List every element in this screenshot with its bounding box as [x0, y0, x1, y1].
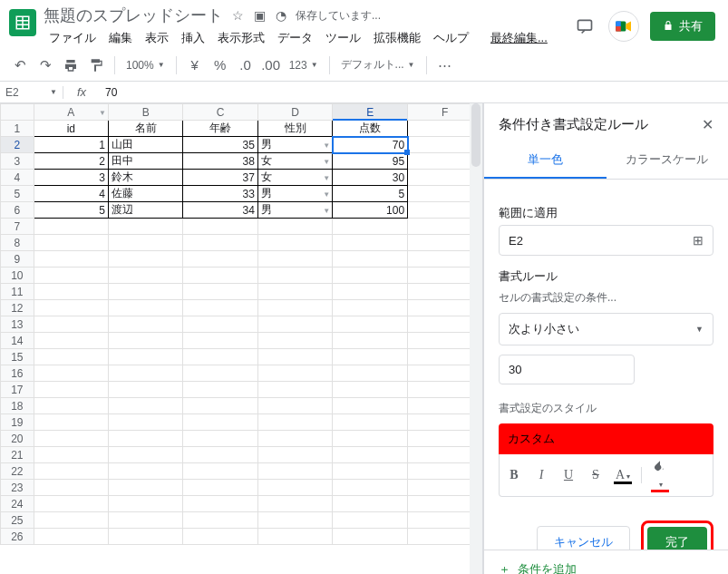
- cell-D26[interactable]: [257, 529, 332, 545]
- row-header-18[interactable]: 18: [1, 398, 34, 414]
- cell-D22[interactable]: [257, 463, 332, 480]
- cloud-icon[interactable]: ◔: [274, 8, 288, 23]
- cell-A20[interactable]: [34, 431, 108, 447]
- row-header-10[interactable]: 10: [1, 268, 34, 284]
- cell-E10[interactable]: [333, 268, 408, 284]
- col-header-C[interactable]: C: [183, 104, 257, 121]
- cell-C8[interactable]: [183, 235, 257, 251]
- cell-B15[interactable]: [108, 349, 182, 365]
- fx-icon[interactable]: fx: [63, 85, 100, 99]
- cell-B2[interactable]: 山田: [108, 137, 182, 153]
- cell-E3[interactable]: 95: [333, 153, 408, 170]
- strike-icon[interactable]: S: [587, 468, 605, 482]
- cell-B23[interactable]: [108, 480, 182, 496]
- cell-A23[interactable]: [34, 480, 108, 496]
- cell-C5[interactable]: 33: [183, 186, 257, 202]
- cell-B26[interactable]: [108, 529, 182, 545]
- cell-E6[interactable]: 100: [333, 202, 408, 219]
- cell-B12[interactable]: [108, 300, 182, 316]
- cell-D9[interactable]: [257, 251, 332, 268]
- col-header-D[interactable]: D: [257, 104, 332, 121]
- cell-A22[interactable]: [34, 463, 108, 480]
- row-header-20[interactable]: 20: [1, 431, 34, 447]
- cell-C10[interactable]: [183, 268, 257, 284]
- cell-B7[interactable]: [108, 219, 182, 235]
- row-header-21[interactable]: 21: [1, 447, 34, 463]
- cell-A12[interactable]: [34, 300, 108, 316]
- cell-A8[interactable]: [34, 235, 108, 251]
- cell-D23[interactable]: [257, 480, 332, 496]
- cell-B17[interactable]: [108, 382, 182, 398]
- cell-A7[interactable]: [34, 219, 108, 235]
- row-header-9[interactable]: 9: [1, 251, 34, 268]
- done-button[interactable]: 完了: [647, 527, 707, 550]
- cell-B9[interactable]: [108, 251, 182, 268]
- cell-A9[interactable]: [34, 251, 108, 268]
- cell-E17[interactable]: [333, 382, 408, 398]
- cell-C16[interactable]: [183, 365, 257, 382]
- cell-B22[interactable]: [108, 463, 182, 480]
- cell-D2[interactable]: 男▼: [257, 137, 332, 153]
- cell-C12[interactable]: [183, 300, 257, 316]
- cell-B1[interactable]: 名前: [108, 121, 182, 137]
- cell-D15[interactable]: [257, 349, 332, 365]
- text-color-icon[interactable]: A▾: [614, 468, 632, 482]
- row-header-11[interactable]: 11: [1, 284, 34, 300]
- cell-C26[interactable]: [183, 529, 257, 545]
- cell-E8[interactable]: [333, 235, 408, 251]
- cell-E5[interactable]: 5: [333, 186, 408, 202]
- cell-A13[interactable]: [34, 316, 108, 333]
- cell-D7[interactable]: [257, 219, 332, 235]
- condition-select[interactable]: 次より小さい ▼: [499, 313, 713, 345]
- cell-C23[interactable]: [183, 480, 257, 496]
- row-header-3[interactable]: 3: [1, 153, 34, 170]
- cell-A26[interactable]: [34, 529, 108, 545]
- cell-B6[interactable]: 渡辺: [108, 202, 182, 219]
- cell-B16[interactable]: [108, 365, 182, 382]
- threshold-input[interactable]: 30: [499, 355, 635, 384]
- cell-C1[interactable]: 年齢: [183, 121, 257, 137]
- fill-color-icon[interactable]: ▾: [651, 460, 669, 491]
- last-edit-link[interactable]: 最終編集...: [485, 27, 553, 49]
- move-icon[interactable]: ▣: [252, 8, 267, 23]
- name-box[interactable]: E2▼: [0, 86, 63, 99]
- cell-B13[interactable]: [108, 316, 182, 333]
- row-header-1[interactable]: 1: [1, 121, 34, 137]
- zoom-combo[interactable]: 100%▼: [122, 59, 169, 72]
- select-all-corner[interactable]: [1, 104, 34, 121]
- cell-E9[interactable]: [333, 251, 408, 268]
- row-header-19[interactable]: 19: [1, 414, 34, 431]
- cell-B20[interactable]: [108, 431, 182, 447]
- menu-ext[interactable]: 拡張機能: [368, 27, 426, 49]
- range-input[interactable]: E2 ⊞: [499, 225, 713, 256]
- cell-E24[interactable]: [333, 496, 408, 512]
- cell-C19[interactable]: [183, 414, 257, 431]
- cell-D25[interactable]: [257, 512, 332, 529]
- cell-D13[interactable]: [257, 316, 332, 333]
- font-combo[interactable]: デフォルト...▼: [337, 57, 419, 73]
- cell-B3[interactable]: 田中: [108, 153, 182, 170]
- cell-A24[interactable]: [34, 496, 108, 512]
- cell-D6[interactable]: 男▼: [257, 202, 332, 219]
- cell-C17[interactable]: [183, 382, 257, 398]
- number-format-combo[interactable]: 123▼: [286, 59, 322, 72]
- cell-C20[interactable]: [183, 431, 257, 447]
- cell-C3[interactable]: 38: [183, 153, 257, 170]
- redo-icon[interactable]: ↷: [34, 54, 56, 76]
- row-header-17[interactable]: 17: [1, 382, 34, 398]
- row-header-15[interactable]: 15: [1, 349, 34, 365]
- cell-E23[interactable]: [333, 480, 408, 496]
- row-header-6[interactable]: 6: [1, 202, 34, 219]
- col-header-E[interactable]: E: [333, 104, 408, 121]
- cell-A25[interactable]: [34, 512, 108, 529]
- underline-icon[interactable]: U: [559, 468, 578, 482]
- print-icon[interactable]: [60, 54, 82, 76]
- share-button[interactable]: 共有: [650, 12, 715, 41]
- menu-insert[interactable]: 挿入: [176, 27, 210, 49]
- tab-color-scale[interactable]: カラースケール: [607, 142, 729, 179]
- menu-file[interactable]: ファイル: [44, 27, 102, 49]
- row-header-4[interactable]: 4: [1, 170, 34, 186]
- cell-A2[interactable]: 1: [34, 137, 108, 153]
- cell-C15[interactable]: [183, 349, 257, 365]
- cell-C4[interactable]: 37: [183, 170, 257, 186]
